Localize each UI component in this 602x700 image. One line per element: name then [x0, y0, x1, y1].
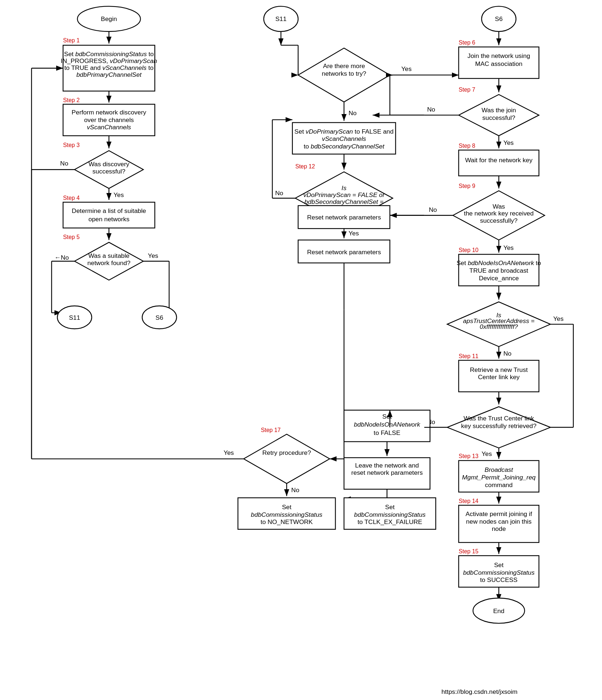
step12-text3: bdbSecondaryChannelSet = [304, 198, 383, 205]
bdb-false-text2: bdbNodeIsOnANetwork [354, 421, 420, 428]
step3-no: No [60, 160, 68, 167]
begin-label: Begin [101, 15, 117, 22]
bdb-false-text1: Set [382, 413, 392, 420]
svg-marker-75 [244, 434, 329, 483]
step11-text1: Retrieve a new Trust [470, 366, 528, 373]
no-network-text2: bdbCommissioningStatus [251, 511, 322, 518]
step3-text2: successful? [92, 168, 125, 175]
tc-yes: Yes [553, 315, 564, 322]
step8-label: Step 8 [459, 143, 476, 149]
reset-net2: Reset network parameters [307, 214, 381, 221]
more-nets-text2: networks to try? [322, 70, 366, 77]
step2-text2: over the channels [84, 116, 134, 123]
step5-label: Step 5 [63, 234, 80, 240]
set-scan-text3: to bdbSecondaryChannelSet [304, 143, 385, 150]
step13-text1: Broadcast [485, 466, 513, 473]
step15-label: Step 15 [459, 548, 479, 554]
step17-no: No [291, 486, 299, 494]
tc-ret-text1: Was the Trust Center link [464, 415, 534, 422]
s11-top: S11 [275, 15, 287, 22]
step1-text-line1: Set bdbCommissioningStatus to [64, 50, 154, 58]
step15-text1: Set [494, 561, 503, 569]
step2-text3: vScanChannels [87, 123, 131, 131]
step12-label: Step 12 [295, 163, 315, 169]
step6-text1: Join the network using [468, 52, 530, 59]
step9-text2: the network key received [464, 210, 534, 217]
step5-no: ←No [54, 254, 69, 261]
tc-text3: 0xffffffffffffffff? [480, 323, 518, 330]
more-yes: Yes [401, 65, 412, 72]
step13-text2: Mgmt_Permit_Joining_req [462, 474, 536, 481]
step1-label: Step 1 [63, 37, 80, 43]
set-scan-text2: vScanChannels [322, 135, 366, 142]
step9-no: No [429, 206, 437, 213]
tclk-text2: bdbCommissioningStatus [354, 511, 425, 518]
step4-text1: Determine a list of suitable [72, 207, 146, 214]
step5-text1: Was a suitable [88, 252, 129, 259]
s6-top: S6 [495, 15, 503, 22]
step4-label: Step 4 [63, 195, 80, 201]
step9-label: Step 9 [459, 183, 476, 189]
step7-label: Step 7 [459, 87, 476, 93]
step7-no: No [427, 106, 435, 113]
step10-label: Step 10 [459, 247, 479, 253]
step11-label: Step 11 [459, 353, 479, 359]
step4-text2: open networks [88, 215, 129, 223]
more-nets-text1: Are there more [323, 62, 365, 70]
tclk-text1: Set [385, 503, 395, 511]
leave-net-text2: reset network parameters [351, 469, 423, 476]
step7-text2: successful? [482, 114, 515, 121]
step1-text-line3: to TRUE and vScanChannels to [64, 64, 153, 71]
step3-text1: Was discovery [88, 160, 129, 168]
bdb-false-text3: to FALSE [374, 429, 400, 436]
step2-text1: Perform network discovery [72, 109, 146, 116]
step3-label: Step 3 [63, 142, 80, 148]
step6-text2: MAC association [475, 60, 522, 67]
step12-text2: vDoPrimaryScan = FALSE or [303, 191, 385, 198]
step8-text1: Wait for the network key [465, 156, 532, 164]
step17-yes: Yes [224, 449, 234, 456]
step10-text3: Device_annce [479, 274, 519, 282]
step1-text-line4: bdbPrimaryChannelSet [76, 71, 142, 78]
step15-text3: to SUCCESS [480, 576, 518, 583]
tc-ret-text2: key successfully retrieved? [461, 422, 536, 429]
diagram-container: Begin Step 1 Set bdbCommissioningStatus … [0, 0, 602, 700]
step7-text1: Was the join [482, 106, 516, 114]
tc-no: No [503, 350, 511, 357]
step9-yes: Yes [503, 244, 514, 251]
step5-text2: network found? [87, 259, 130, 267]
end-label: End [493, 607, 505, 615]
step9-text1: Was [493, 203, 505, 210]
more-no: No [349, 109, 357, 117]
step15-text2: bdbCommissioningStatus [463, 569, 535, 576]
reset-net-text: Reset network parameters [307, 248, 381, 256]
step12-text1: Is [341, 184, 346, 192]
step14-text2: new nodes can join this [466, 518, 532, 525]
tc-ret-yes: Yes [482, 450, 492, 457]
step9-text3: successfully? [480, 217, 518, 224]
step6-label: Step 6 [459, 39, 476, 46]
no-network-text1: Set [282, 503, 291, 511]
no-network-text3: to NO_NETWORK [261, 518, 313, 525]
step7-yes: Yes [503, 139, 514, 146]
step11-text2: Center link key [478, 373, 520, 381]
s6-label-bottom: S6 [155, 314, 163, 321]
step17-label: Step 17 [261, 427, 281, 433]
step10-text1: Set bdbNodeIsOnANetwork to [457, 259, 541, 267]
set-scan-text1: Set vDoPrimaryScan to FALSE and [294, 128, 394, 135]
step14-text3: node [492, 525, 506, 532]
step5-yes: Yes [148, 252, 158, 259]
step12-yes: Yes [349, 230, 359, 237]
leave-net-text1: Leave the network and [355, 462, 419, 469]
step2-label: Step 2 [63, 97, 80, 103]
s11-label-bottom: S11 [69, 314, 80, 321]
step1-text-line2: IN_PROGRESS, vDoPrimaryScan [61, 57, 157, 64]
watermark: https://blog.csdn.net/jxsoim [441, 688, 518, 695]
tclk-text3: to TCLK_EX_FAILURE [357, 518, 422, 525]
step17-text1: Retry procedure? [262, 449, 311, 456]
step14-label: Step 14 [459, 498, 479, 504]
step3-yes: Yes [113, 191, 124, 198]
step14-text1: Activate permit joining if [465, 510, 532, 517]
step13-label: Step 13 [459, 453, 479, 459]
step13-text3: command [485, 481, 512, 489]
